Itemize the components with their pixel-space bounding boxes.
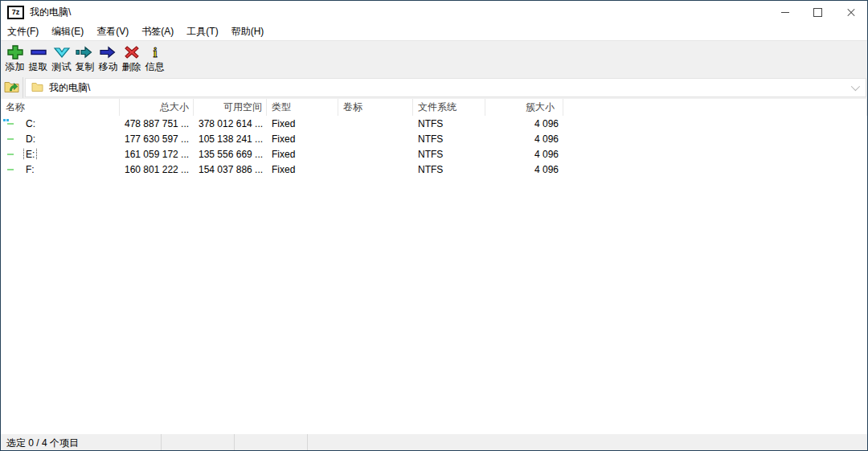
name-cell: F: — [1, 164, 120, 175]
close-icon — [846, 7, 856, 17]
column-header-total-size[interactable]: 总大小 — [120, 99, 194, 116]
name-cell: D: — [1, 133, 120, 145]
drive-name: F: — [24, 164, 36, 175]
toolbar-button-delete[interactable]: 删除 — [120, 45, 143, 74]
status-panel-4 — [308, 434, 867, 450]
maximize-button[interactable] — [801, 1, 834, 23]
table-row-drive-c[interactable]: C: 478 887 751 ... 378 012 614 ... Fixed… — [1, 116, 867, 131]
up-button[interactable] — [1, 77, 23, 98]
drive-icon — [6, 150, 18, 158]
type-cell: Fixed — [267, 133, 338, 145]
minimize-icon — [781, 12, 789, 13]
toolbar-button-label: 提取 — [29, 60, 48, 74]
add-plus-icon — [6, 45, 24, 59]
toolbar-button-extract[interactable]: 提取 — [27, 45, 50, 74]
cluster-size-cell: 4 096 — [485, 133, 563, 145]
address-separator — [23, 77, 23, 98]
menu-item-tools[interactable]: 工具(T) — [180, 23, 224, 40]
toolbar-button-label: 添加 — [6, 60, 25, 74]
menu-item-help[interactable]: 帮助(H) — [225, 23, 271, 40]
delete-x-icon — [124, 45, 140, 59]
info-i-icon: i — [150, 45, 160, 59]
total-size-cell: 478 887 751 ... — [120, 118, 194, 129]
title-bar: 7z 我的电脑\ — [1, 1, 867, 23]
drive-icon — [6, 135, 18, 143]
chevron-down-icon[interactable] — [851, 82, 860, 91]
column-header-volume-label[interactable]: 卷标 — [338, 99, 413, 116]
status-panel-3 — [235, 434, 308, 450]
toolbar-button-label: 信息 — [145, 60, 165, 74]
name-cell: E: — [1, 149, 120, 160]
drive-name: D: — [24, 133, 37, 145]
cluster-size-cell: 4 096 — [485, 149, 563, 160]
toolbar-button-label: 移动 — [99, 60, 118, 74]
toolbar-button-label: 复制 — [76, 60, 95, 74]
cluster-size-cell: 4 096 — [485, 118, 563, 129]
table-header: 名称 总大小 可用空间 类型 卷标 文件系统 簇大小 — [1, 99, 867, 116]
toolbar-button-move[interactable]: 移动 — [96, 45, 120, 74]
toolbar-button-copy[interactable]: 复制 — [73, 45, 96, 74]
toolbar-button-info[interactable]: i 信息 — [143, 45, 166, 74]
folder-up-icon — [4, 80, 19, 96]
type-cell: Fixed — [267, 164, 338, 175]
type-cell: Fixed — [267, 118, 338, 129]
file-system-cell: NTFS — [413, 164, 485, 175]
name-cell: C: — [1, 118, 120, 129]
total-size-cell: 160 801 222 ... — [120, 164, 194, 175]
close-button[interactable] — [834, 1, 867, 23]
total-size-cell: 161 059 172 ... — [120, 149, 194, 160]
table-row-drive-e[interactable]: E: 161 059 172 ... 135 556 669 ... Fixed… — [1, 146, 867, 162]
column-header-filler — [563, 99, 867, 116]
address-bar: 我的电脑\ — [1, 76, 867, 99]
minimize-button[interactable] — [768, 1, 801, 23]
status-bar: 选定 0 / 4 个项目 — [1, 433, 867, 450]
window-controls — [768, 1, 867, 23]
table-row-drive-d[interactable]: D: 177 630 597 ... 105 138 241 ... Fixed… — [1, 131, 867, 146]
7zip-app-icon: 7z — [7, 6, 24, 19]
column-header-type[interactable]: 类型 — [267, 99, 338, 116]
maximize-icon — [813, 8, 822, 17]
file-system-cell: NTFS — [413, 149, 485, 160]
svg-text:i: i — [153, 45, 157, 59]
cluster-size-cell: 4 096 — [485, 164, 563, 175]
toolbar-button-label: 测试 — [52, 60, 72, 74]
file-system-cell: NTFS — [413, 118, 485, 129]
toolbar-button-label: 删除 — [122, 60, 141, 74]
free-space-cell: 105 138 241 ... — [194, 133, 267, 145]
toolbar-button-test[interactable]: 测试 — [50, 45, 73, 74]
address-combobox[interactable]: 我的电脑\ — [25, 78, 866, 97]
free-space-cell: 135 556 669 ... — [194, 149, 267, 160]
file-list: C: 478 887 751 ... 378 012 614 ... Fixed… — [1, 116, 867, 433]
move-arrow-icon — [99, 45, 117, 59]
menu-bar: 文件(F) 编辑(E) 查看(V) 书签(A) 工具(T) 帮助(H) — [1, 23, 867, 40]
column-header-free-space[interactable]: 可用空间 — [194, 99, 267, 116]
address-path: 我的电脑\ — [49, 81, 90, 95]
toolbar: 添加 提取 测试 复制 移动 — [1, 40, 867, 76]
menu-item-file[interactable]: 文件(F) — [1, 23, 45, 40]
menu-item-view[interactable]: 查看(V) — [90, 23, 135, 40]
column-header-file-system[interactable]: 文件系统 — [413, 99, 485, 116]
drive-icon — [6, 166, 18, 174]
extract-minus-icon — [30, 45, 47, 59]
status-panel-selection: 选定 0 / 4 个项目 — [1, 434, 162, 450]
free-space-cell: 154 037 886 ... — [194, 164, 267, 175]
system-drive-icon — [6, 120, 18, 128]
menu-item-bookmarks[interactable]: 书签(A) — [135, 23, 180, 40]
menu-item-edit[interactable]: 编辑(E) — [45, 23, 90, 40]
folder-icon — [31, 81, 43, 94]
test-check-icon — [53, 45, 71, 59]
type-cell: Fixed — [267, 149, 338, 160]
selection-status: 选定 0 / 4 个项目 — [6, 437, 79, 449]
window-title: 我的电脑\ — [30, 6, 71, 19]
app-window: 7z 我的电脑\ 文件(F) 编辑(E) 查看(V) 书签(A) 工具(T) 帮… — [0, 0, 868, 451]
windows-badge-icon — [3, 118, 10, 122]
file-system-cell: NTFS — [413, 133, 485, 145]
table-row-drive-f[interactable]: F: 160 801 222 ... 154 037 886 ... Fixed… — [1, 162, 867, 177]
toolbar-button-add[interactable]: 添加 — [3, 45, 27, 74]
column-header-cluster-size[interactable]: 簇大小 — [485, 99, 563, 116]
drive-name-focused: E: — [24, 149, 36, 160]
free-space-cell: 378 012 614 ... — [194, 118, 267, 129]
status-panel-2 — [162, 434, 235, 450]
column-header-name[interactable]: 名称 — [1, 99, 120, 116]
drive-name: C: — [24, 118, 37, 129]
